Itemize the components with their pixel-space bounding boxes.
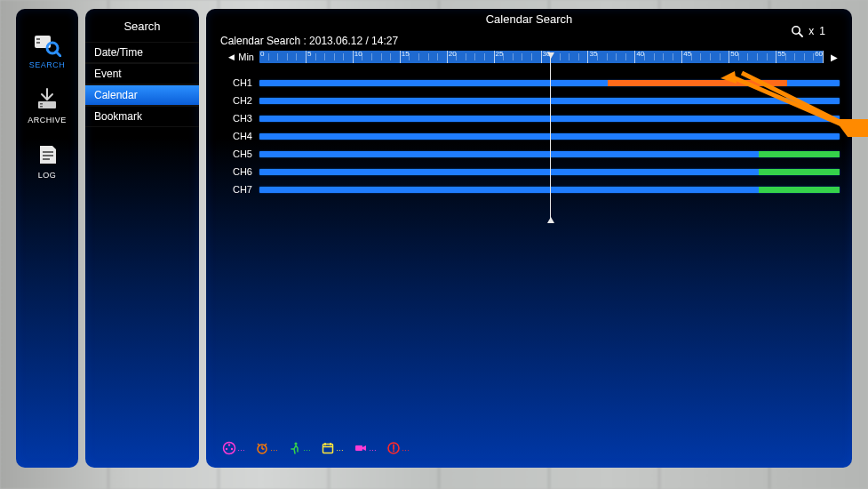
legend-panic: …: [386, 441, 409, 455]
svg-rect-10: [43, 158, 50, 160]
rail-item-search[interactable]: SEARCH: [29, 32, 66, 69]
main-title: Calendar Search: [219, 9, 840, 35]
ruler-prev-icon: ◀: [228, 52, 235, 61]
left-rail: SEARCH ARCHIVE LOG: [16, 9, 78, 468]
ruler-next-button[interactable]: ▶: [829, 52, 840, 62]
svg-rect-7: [40, 106, 43, 108]
channel-row: CH1: [219, 74, 840, 92]
legend-motion: …: [288, 441, 310, 455]
timeline-ruler-row: ◀ Min 051015202530354045505560 ▶: [219, 51, 840, 63]
svg-point-16: [231, 448, 233, 450]
legend-audio: …: [354, 441, 376, 455]
svg-rect-6: [40, 103, 43, 105]
event-segment[interactable]: [759, 169, 840, 175]
channel-row: CH4: [219, 127, 840, 145]
rail-item-archive[interactable]: ARCHIVE: [28, 87, 67, 124]
svg-line-12: [800, 33, 803, 36]
timeline-ruler[interactable]: 051015202530354045505560: [259, 51, 824, 63]
main-panel: Calendar Search x 1 Calendar Search : 20…: [206, 9, 852, 468]
playhead[interactable]: [550, 54, 551, 221]
rail-item-label: ARCHIVE: [28, 116, 67, 124]
channel-label: CH3: [219, 113, 259, 124]
menu-list: Date/Time Event Calendar Bookmark: [85, 42, 199, 127]
channel-row: CH7: [219, 180, 840, 198]
channel-row: CH6: [219, 163, 840, 180]
rail-item-log[interactable]: LOG: [33, 142, 61, 180]
svg-line-21: [265, 444, 267, 445]
svg-rect-23: [323, 445, 333, 453]
reel-icon: [222, 441, 236, 455]
event-segment[interactable]: [608, 80, 787, 86]
archive-icon: [33, 87, 61, 112]
channel-label: CH7: [219, 184, 259, 195]
search-icon: [33, 32, 61, 57]
camera-icon: [354, 441, 368, 455]
svg-point-30: [393, 450, 394, 452]
event-segment[interactable]: [759, 187, 840, 193]
channel-label: CH1: [219, 77, 259, 88]
event-segment[interactable]: [759, 151, 840, 157]
zoom-x: x: [808, 25, 814, 37]
svg-rect-2: [36, 42, 40, 44]
search-menu-panel: Search Date/Time Event Calendar Bookmark: [85, 9, 199, 468]
legend-continuous: …: [222, 441, 244, 455]
menu-title: Search: [85, 16, 199, 42]
menu-item-calendar[interactable]: Calendar: [85, 84, 199, 106]
svg-point-22: [294, 442, 297, 445]
menu-item-datetime[interactable]: Date/Time: [85, 42, 199, 63]
channel-timeline-area: CH1CH2CH3CH4CH5CH6CH7: [219, 74, 840, 198]
channel-row: CH2: [219, 92, 840, 109]
svg-rect-1: [36, 38, 40, 40]
channel-label: CH2: [219, 95, 259, 106]
menu-item-event[interactable]: Event: [85, 63, 199, 84]
timestamp: Calendar Search : 2013.06.12 / 14:27: [220, 35, 840, 47]
svg-point-15: [226, 448, 227, 450]
svg-rect-27: [355, 445, 362, 451]
zoom-level: 1: [819, 25, 825, 37]
menu-item-bookmark[interactable]: Bookmark: [85, 106, 199, 127]
panic-icon: [386, 441, 401, 455]
svg-rect-5: [38, 101, 56, 108]
channel-row: CH3: [219, 109, 840, 127]
motion-icon: [288, 441, 302, 455]
legend-alarm: …: [255, 441, 277, 455]
channel-label: CH6: [219, 166, 259, 177]
svg-line-20: [258, 444, 259, 445]
legend: … … … … … …: [222, 441, 409, 455]
rail-item-label: LOG: [38, 171, 57, 180]
zoom-indicator[interactable]: x 1: [791, 25, 825, 37]
rail-item-label: SEARCH: [29, 60, 66, 69]
ruler-unit-label: Min: [238, 52, 254, 62]
legend-schedule: …: [321, 441, 343, 455]
ruler-unit[interactable]: ◀ Min: [219, 52, 254, 62]
svg-point-14: [228, 444, 230, 445]
log-icon: [33, 142, 61, 167]
svg-rect-8: [43, 151, 53, 153]
alarm-icon: [255, 441, 269, 455]
svg-line-4: [56, 52, 60, 56]
calendar-icon: [321, 441, 335, 455]
channel-label: CH4: [219, 131, 259, 141]
magnifier-icon: [791, 25, 803, 37]
channel-label: CH5: [219, 148, 259, 159]
svg-rect-9: [43, 155, 53, 156]
channel-row: CH5: [219, 145, 840, 163]
